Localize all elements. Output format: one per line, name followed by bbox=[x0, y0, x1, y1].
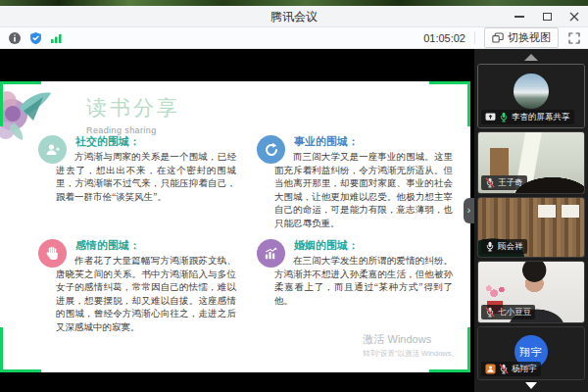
participant-tiles: 李杳的屏幕共享 王子奇 顾会祥 bbox=[477, 64, 585, 380]
security-shield-icon[interactable] bbox=[29, 31, 42, 45]
hand-icon bbox=[38, 239, 67, 268]
maximize-button[interactable] bbox=[541, 11, 553, 23]
bar-chart-icon bbox=[257, 239, 285, 268]
slide-title: 读书分享 bbox=[86, 94, 180, 122]
meeting-toolbar: 01:05:02 切换视图 bbox=[0, 27, 588, 49]
participant-name: 杨翔宇 bbox=[512, 364, 537, 375]
slide-title-block: 读书分享 Reading sharing bbox=[86, 94, 180, 135]
mic-on-icon bbox=[499, 112, 509, 122]
section-title: 感情的围城： bbox=[75, 238, 248, 253]
participant-label: 七小豆豆 bbox=[481, 305, 535, 319]
switch-view-icon bbox=[492, 32, 504, 43]
section-marriage: 婚姻的围城： 在三闾大学发生的所谓的爱情的纠纷。方鸿渐并不想进入孙柔嘉的生活，但… bbox=[250, 238, 465, 334]
section-career: 事业的围城： 而三闾大学又是一座事业的围城。这里面充斥着利益纠纷，令方鸿渐无所适… bbox=[250, 134, 465, 230]
sidebar-collapse-handle[interactable]: › bbox=[464, 198, 474, 223]
participant-tile-screenshare[interactable]: 李杳的屏幕共享 bbox=[477, 64, 585, 128]
section-body: 在三闾大学发生的所谓的爱情的纠纷。方鸿渐并不想进入孙柔嘉的生活，但他被孙柔嘉看上… bbox=[274, 255, 453, 308]
participant-label: 杨翔宇 bbox=[481, 362, 541, 376]
minimize-icon bbox=[514, 16, 524, 17]
window-controls bbox=[514, 6, 580, 27]
section-title: 事业的围城： bbox=[294, 134, 465, 149]
activate-windows-watermark: 激活 Windows 转到“设置”以激活 Windows。 bbox=[363, 332, 459, 359]
mic-muted-icon bbox=[485, 307, 495, 318]
participant-name: 王子奇 bbox=[498, 177, 523, 189]
participant-tile[interactable]: 翔宇 杨翔宇 bbox=[477, 326, 585, 380]
participant-name: 七小豆豆 bbox=[498, 307, 531, 318]
participant-tile[interactable]: 王子奇 bbox=[477, 131, 585, 194]
host-person-icon bbox=[485, 364, 496, 374]
close-icon bbox=[569, 12, 579, 22]
participant-tile[interactable]: 七小豆豆 bbox=[477, 261, 585, 323]
title-bar: 腾讯会议 bbox=[0, 6, 588, 27]
switch-view-button[interactable]: 切换视图 bbox=[484, 27, 559, 48]
mic-on-icon bbox=[485, 241, 495, 252]
refresh-icon bbox=[257, 135, 285, 164]
participant-name: 李杳的屏幕共享 bbox=[512, 112, 570, 123]
scroll-down-arrow[interactable] bbox=[525, 382, 537, 389]
scroll-up-arrow[interactable] bbox=[524, 54, 538, 61]
minimize-button[interactable] bbox=[514, 11, 525, 23]
watermark-line2: 转到“设置”以激活 Windows。 bbox=[363, 349, 459, 359]
section-body: 而三闾大学又是一座事业的围城。这里面充斥着利益纠纷，令方鸿渐无所适从。但当他离开… bbox=[274, 151, 453, 230]
person-add-icon bbox=[38, 135, 67, 164]
tencent-meeting-window: 腾讯会议 01:05:02 切换视图 bbox=[0, 0, 588, 392]
slide-sections: 社交的围城： 方鸿渐与周家的关系是一个围城，已经进去了，想出出不来，在这个密封的… bbox=[31, 134, 466, 334]
toolbar-divider bbox=[474, 31, 475, 44]
section-title: 社交的围城： bbox=[75, 134, 248, 149]
participant-label: 顾会祥 bbox=[481, 239, 527, 254]
meeting-info-icon[interactable] bbox=[8, 31, 22, 45]
fullscreen-icon bbox=[568, 32, 580, 44]
window-title: 腾讯会议 bbox=[0, 6, 588, 27]
screen-share-icon bbox=[485, 113, 496, 122]
section-body: 作者花了大量篇幅写方鸿渐跟苏文纨、唐晓芙之间的关系。书中方鸿渐陷入与多位女子的感… bbox=[56, 255, 236, 334]
network-signal-icon[interactable] bbox=[50, 32, 64, 44]
chevron-right-icon: › bbox=[467, 206, 470, 216]
switch-view-label: 切换视图 bbox=[508, 30, 551, 45]
participant-tile[interactable]: 顾会祥 bbox=[477, 197, 585, 258]
participant-name: 顾会祥 bbox=[498, 241, 523, 253]
fullscreen-button[interactable] bbox=[568, 32, 580, 44]
meeting-timer: 01:05:02 bbox=[423, 32, 466, 44]
watermark-line1: 激活 Windows bbox=[363, 332, 459, 347]
shared-screen-slide: 读书分享 Reading sharing 社交的围城： 方鸿渐与周家的关系是一个… bbox=[0, 81, 470, 372]
section-social: 社交的围城： 方鸿渐与周家的关系是一个围城，已经进去了，想出出不来，在这个密封的… bbox=[31, 134, 248, 230]
mic-muted-icon bbox=[499, 364, 509, 374]
toolbar-status-icons bbox=[8, 31, 64, 45]
avatar bbox=[514, 74, 549, 109]
close-button[interactable] bbox=[568, 11, 580, 23]
section-body: 方鸿渐与周家的关系是一个围城，已经进去了，想出出不来，在这个密封的围城里，方鸿渐… bbox=[56, 151, 236, 204]
mic-muted-icon bbox=[485, 177, 495, 188]
maximize-icon bbox=[543, 13, 552, 21]
flower-decoration bbox=[0, 81, 55, 142]
participant-label: 王子奇 bbox=[481, 175, 527, 190]
section-title: 婚姻的围城： bbox=[294, 238, 465, 253]
main-stage: 读书分享 Reading sharing 社交的围城： 方鸿渐与周家的关系是一个… bbox=[0, 49, 588, 392]
section-love: 感情的围城： 作者花了大量篇幅写方鸿渐跟苏文纨、唐晓芙之间的关系。书中方鸿渐陷入… bbox=[31, 238, 248, 334]
participants-sidebar: › 李杳的屏幕共享 bbox=[474, 49, 588, 392]
participant-label: 李杳的屏幕共享 bbox=[481, 110, 574, 124]
